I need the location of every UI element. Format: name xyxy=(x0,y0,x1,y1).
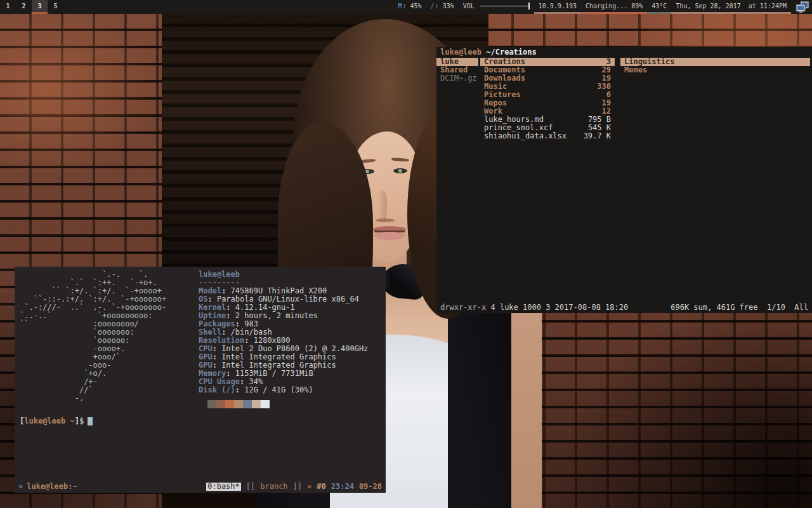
neofetch-info: luke@leeb --------- Model: 745869U Think… xyxy=(199,271,368,408)
fetch-value: Intel Integrated Graphics xyxy=(221,352,336,361)
volume-slider[interactable] xyxy=(480,6,530,6)
fetch-label: GPU xyxy=(199,361,213,370)
system-tray xyxy=(791,0,812,14)
fetch-colon: : xyxy=(235,385,244,394)
terminal-cursor xyxy=(88,417,93,425)
file-details: 4 luke 1000 3 2017-08-08 18:20 xyxy=(486,303,628,312)
tmux-hostname: luke@leeb:~ xyxy=(27,482,77,491)
workspace-tags: 1235 xyxy=(0,0,63,14)
fetch-value: 4.12.14-gnu-1 xyxy=(235,303,295,312)
workspace-tag-5[interactable]: 5 xyxy=(48,0,63,14)
fetch-colon: : xyxy=(207,295,216,304)
fetch-label: Model xyxy=(199,286,221,295)
prompt-path: ~ xyxy=(65,417,74,425)
iris xyxy=(398,169,402,173)
disk-value: : 33% xyxy=(435,3,454,10)
woman-nostril-shadow xyxy=(376,218,395,222)
volume-slider-handle[interactable] xyxy=(528,3,530,10)
tmux-date: 09-28 xyxy=(359,483,382,491)
fetch-value: 1153MiB / 7731MiB xyxy=(235,369,313,378)
fetch-label: Kernel xyxy=(199,303,226,312)
fetch-label: CPU Usage xyxy=(199,377,240,386)
fetch-value: /bin/bash xyxy=(231,328,272,337)
fetch-colon: : xyxy=(244,336,253,345)
fetch-label: Shell xyxy=(199,328,221,337)
fetch-label: Memory xyxy=(199,369,226,378)
palette-swatch xyxy=(216,400,225,408)
file-row[interactable]: shiaohui_data.xlsx39.7 K xyxy=(480,132,615,140)
ranger-title: luke@leeb ~/Creations xyxy=(436,47,812,57)
temperature-block: 43°C xyxy=(647,0,671,14)
palette-swatch xyxy=(225,400,234,408)
shell-prompt[interactable]: [luke@leeb ~]$ xyxy=(15,417,386,425)
disk-block: /: 33% xyxy=(426,0,459,14)
palette-swatch xyxy=(261,400,270,408)
parent-dir-item[interactable]: DCIM~.gz xyxy=(436,74,478,83)
chevron-icon: » xyxy=(18,482,23,491)
fetch-label: GPU xyxy=(199,352,213,361)
ip-address: 10.9.9.193 xyxy=(539,3,577,10)
file-name: shiaohui_data.xlsx xyxy=(484,132,566,140)
volume-label: VOL xyxy=(463,3,475,10)
memory-block: M: 45% xyxy=(393,0,426,14)
ranger-preview-column: LinguisticsMemes xyxy=(620,58,810,303)
fetch-value: 12G / 41G (30%) xyxy=(244,385,313,394)
prompt-dollar: $ xyxy=(79,417,84,425)
file-size: 39.7 K xyxy=(584,132,611,140)
ranger-status-left: drwxr-xr-x 4 luke 1000 3 2017-08-08 18:2… xyxy=(440,304,628,312)
tmux-bracket-open: [[ xyxy=(246,483,255,491)
fetch-value: 983 xyxy=(244,319,258,328)
fetch-colon: : xyxy=(240,377,249,386)
tmux-left: »luke@leeb:~ xyxy=(18,483,77,491)
fetch-colon: : xyxy=(226,303,235,312)
palette-swatch xyxy=(199,400,207,408)
woman-lower-lip xyxy=(374,232,405,240)
battery-status: Charging... 89% xyxy=(586,3,643,10)
ranger-parent-column: lukeSharedDCIM~.gz xyxy=(436,58,478,303)
fetch-value: 745869U ThinkPad X200 xyxy=(231,286,327,295)
workspace-tag-1[interactable]: 1 xyxy=(0,0,16,14)
datetime-block: Thu, Sep 28, 2017 at 11:24PM xyxy=(671,0,791,14)
memory-icon: M xyxy=(398,3,402,10)
workspace-tag-3[interactable]: 3 xyxy=(32,0,48,14)
fetch-label: CPU xyxy=(199,344,213,353)
ip-address-block: 10.9.9.193 xyxy=(534,0,581,14)
desktop: 1235 M: 45% /: 33% VOL 10.9.9.193 Chargi… xyxy=(0,0,812,508)
file-permissions: drwxr-xr-x xyxy=(440,303,486,312)
fetch-colon: : xyxy=(221,328,230,337)
palette-swatch xyxy=(207,400,216,408)
fetch-value: 2 hours, 2 minutes xyxy=(235,311,318,320)
neofetch-lines: Model: 745869U ThinkPad X200OS: Parabola… xyxy=(199,287,368,394)
fetch-label: OS xyxy=(199,295,207,304)
tmux-right: 0:bash* [[ branch ]] » #0 23:24 09-28 xyxy=(206,483,382,491)
fetch-label: Packages xyxy=(199,319,235,328)
preview-dir-item[interactable]: Linguistics xyxy=(620,58,810,66)
status-bar-right: M: 45% /: 33% VOL 10.9.9.193 Charging...… xyxy=(393,0,812,14)
workspace-tag-2[interactable]: 2 xyxy=(16,0,32,14)
palette-swatch xyxy=(234,400,243,408)
ranger-user-host: luke@leeb xyxy=(440,48,481,57)
datetime-value: Thu, Sep 28, 2017 at 11:24PM xyxy=(676,3,787,10)
network-monitors-icon[interactable] xyxy=(795,1,810,13)
fetch-colon: : xyxy=(235,319,244,328)
memory-value: : 45% xyxy=(402,3,421,10)
neofetch-output: `.-. `. `.` `:++. `-+o+. `` `:+/. `:+/. … xyxy=(15,271,386,408)
fetch-label: Uptime xyxy=(199,311,226,320)
fetch-colon: : xyxy=(226,311,235,320)
root-disk-icon: / xyxy=(431,3,435,10)
preview-dir-item[interactable]: Memes xyxy=(620,66,810,74)
terminal-window[interactable]: `.-. `. `.` `:++. `-+o+. `` `:+/. `:+/. … xyxy=(15,267,386,493)
fetch-colon: : xyxy=(213,352,221,361)
woman-eye-right xyxy=(393,168,407,173)
tmux-git-branch: branch xyxy=(260,483,287,491)
fetch-value: Parabola GNU/Linux-libre x86_64 xyxy=(217,295,359,304)
ranger-status-bar: drwxr-xr-x 4 luke 1000 3 2017-08-08 18:2… xyxy=(436,303,812,313)
ranger-current-path: ~/Creations xyxy=(486,48,536,57)
tmux-bracket-close: ]] xyxy=(293,483,302,491)
temperature-value: 43°C xyxy=(652,3,667,10)
fetch-label: Resolution xyxy=(199,336,244,345)
tmux-window-tab[interactable]: 0:bash* xyxy=(206,483,241,491)
tmux-window-index: #0 xyxy=(317,483,325,491)
palette-swatch xyxy=(252,400,261,408)
ranger-status-right: 696K sum, 461G free 1/10 All xyxy=(671,304,808,312)
